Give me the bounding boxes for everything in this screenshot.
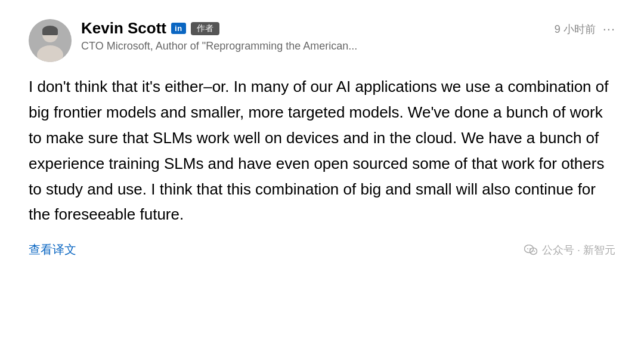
linkedin-badge: in: [171, 23, 186, 34]
author-section: Kevin Scott in 作者 CTO Microsoft, Author …: [29, 19, 357, 62]
svg-point-7: [527, 248, 528, 249]
svg-point-8: [530, 248, 531, 249]
post-header: Kevin Scott in 作者 CTO Microsoft, Author …: [29, 19, 615, 62]
svg-rect-4: [42, 30, 58, 35]
svg-point-9: [531, 251, 532, 252]
post-time: 9 小时前: [555, 22, 596, 36]
svg-point-10: [534, 251, 535, 252]
translate-link[interactable]: 查看译文: [29, 242, 76, 258]
post-meta: 9 小时前 ···: [555, 19, 615, 37]
author-info: Kevin Scott in 作者 CTO Microsoft, Author …: [81, 19, 357, 53]
author-role-badge: 作者: [191, 22, 219, 35]
post-content: I don't think that it's either–or. In ma…: [29, 74, 613, 227]
author-name: Kevin Scott: [81, 19, 166, 38]
wechat-icon: [524, 245, 537, 255]
post-card: Kevin Scott in 作者 CTO Microsoft, Author …: [0, 0, 644, 355]
author-title: CTO Microsoft, Author of "Reprogramming …: [81, 40, 357, 53]
author-name-row: Kevin Scott in 作者: [81, 19, 357, 38]
post-footer: 查看译文 公众号 · 新智元: [29, 242, 615, 258]
wechat-label: 公众号 · 新智元: [542, 243, 615, 257]
more-options-button[interactable]: ···: [603, 21, 615, 37]
wechat-source: 公众号 · 新智元: [524, 243, 615, 257]
avatar[interactable]: [29, 19, 72, 62]
